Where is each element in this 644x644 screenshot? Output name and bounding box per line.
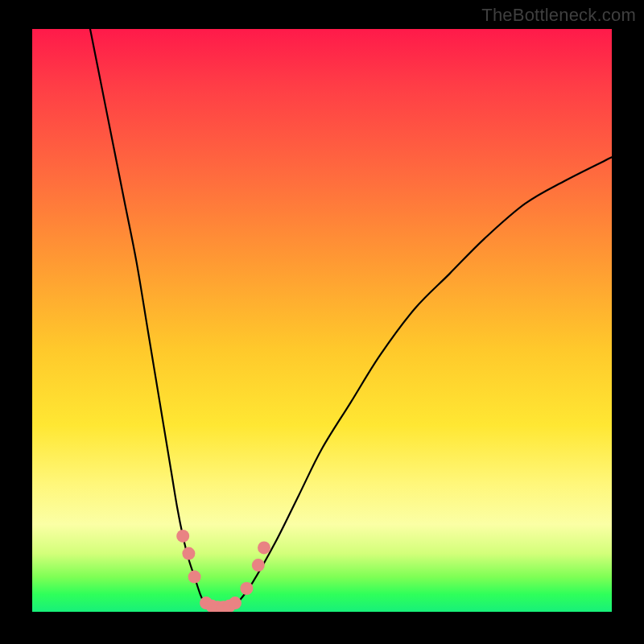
marker-dot xyxy=(252,559,265,572)
marker-dot xyxy=(176,530,189,543)
marker-dot xyxy=(229,597,242,609)
marker-dot xyxy=(240,582,253,595)
marker-dot xyxy=(258,541,270,554)
watermark-text: TheBottleneck.com xyxy=(481,5,636,26)
marker-dot xyxy=(182,547,195,560)
marker-dots xyxy=(176,530,270,612)
marker-dot xyxy=(188,571,201,584)
chart-container: TheBottleneck.com xyxy=(0,0,644,644)
plot-area xyxy=(32,29,612,612)
curve-layer xyxy=(32,29,612,612)
bottleneck-curve xyxy=(90,29,612,611)
